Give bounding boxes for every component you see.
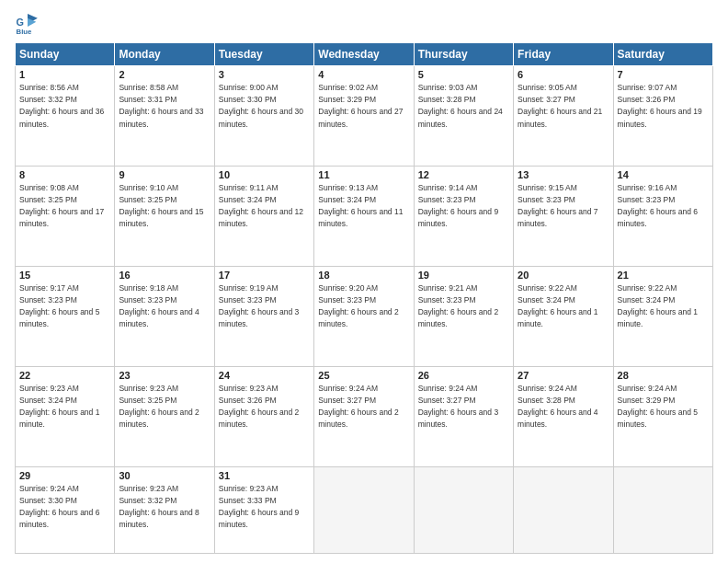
day-info: Sunrise: 9:21 AM Sunset: 3:23 PM Dayligh…	[418, 282, 509, 331]
header-monday: Monday	[115, 43, 214, 66]
header-thursday: Thursday	[414, 43, 513, 66]
table-row: 23 Sunrise: 9:23 AM Sunset: 3:25 PM Dayl…	[115, 366, 214, 466]
day-info: Sunrise: 9:11 AM Sunset: 3:24 PM Dayligh…	[219, 182, 310, 231]
table-row: 15 Sunrise: 9:17 AM Sunset: 3:23 PM Dayl…	[16, 266, 115, 366]
day-number: 29	[19, 470, 110, 481]
day-info: Sunrise: 9:24 AM Sunset: 3:30 PM Dayligh…	[19, 483, 110, 532]
table-row	[314, 466, 414, 553]
day-info: Sunrise: 9:17 AM Sunset: 3:23 PM Dayligh…	[19, 282, 110, 331]
calendar-week-row: 8 Sunrise: 9:08 AM Sunset: 3:25 PM Dayli…	[16, 166, 713, 266]
header-friday: Friday	[514, 43, 613, 66]
day-number: 15	[19, 270, 110, 281]
table-row: 1 Sunrise: 8:56 AM Sunset: 3:32 PM Dayli…	[16, 66, 115, 167]
table-row: 29 Sunrise: 9:24 AM Sunset: 3:30 PM Dayl…	[16, 466, 115, 553]
table-row: 5 Sunrise: 9:03 AM Sunset: 3:28 PM Dayli…	[414, 66, 513, 167]
day-info: Sunrise: 9:14 AM Sunset: 3:23 PM Dayligh…	[418, 182, 509, 231]
day-info: Sunrise: 9:22 AM Sunset: 3:24 PM Dayligh…	[618, 282, 709, 331]
day-info: Sunrise: 9:07 AM Sunset: 3:26 PM Dayligh…	[618, 82, 709, 131]
header-wednesday: Wednesday	[314, 43, 414, 66]
logo: G Blue	[15, 11, 44, 37]
day-number: 25	[318, 370, 409, 381]
table-row: 22 Sunrise: 9:23 AM Sunset: 3:24 PM Dayl…	[16, 366, 115, 466]
day-number: 31	[219, 470, 310, 481]
calendar-week-row: 15 Sunrise: 9:17 AM Sunset: 3:23 PM Dayl…	[16, 266, 713, 366]
day-info: Sunrise: 9:02 AM Sunset: 3:29 PM Dayligh…	[318, 82, 409, 131]
table-row: 4 Sunrise: 9:02 AM Sunset: 3:29 PM Dayli…	[314, 66, 414, 167]
table-row: 21 Sunrise: 9:22 AM Sunset: 3:24 PM Dayl…	[613, 266, 712, 366]
day-number: 28	[618, 370, 709, 381]
table-row: 28 Sunrise: 9:24 AM Sunset: 3:29 PM Dayl…	[613, 366, 712, 466]
calendar-week-row: 29 Sunrise: 9:24 AM Sunset: 3:30 PM Dayl…	[16, 466, 713, 553]
day-number: 2	[119, 69, 210, 80]
table-row: 18 Sunrise: 9:20 AM Sunset: 3:23 PM Dayl…	[314, 266, 414, 366]
day-number: 9	[119, 169, 210, 180]
table-row	[613, 466, 712, 553]
day-info: Sunrise: 9:24 AM Sunset: 3:28 PM Dayligh…	[518, 383, 609, 431]
day-number: 23	[119, 370, 210, 381]
day-number: 12	[418, 169, 509, 180]
table-row: 11 Sunrise: 9:13 AM Sunset: 3:24 PM Dayl…	[314, 166, 414, 266]
day-number: 27	[518, 370, 609, 381]
table-row: 9 Sunrise: 9:10 AM Sunset: 3:25 PM Dayli…	[115, 166, 214, 266]
header-saturday: Saturday	[613, 43, 712, 66]
day-info: Sunrise: 9:23 AM Sunset: 3:25 PM Dayligh…	[119, 383, 210, 431]
day-number: 13	[518, 169, 609, 180]
day-number: 18	[318, 270, 409, 281]
day-info: Sunrise: 9:08 AM Sunset: 3:25 PM Dayligh…	[19, 182, 110, 231]
weekday-header-row: Sunday Monday Tuesday Wednesday Thursday…	[16, 43, 713, 66]
table-row	[414, 466, 513, 553]
table-row: 10 Sunrise: 9:11 AM Sunset: 3:24 PM Dayl…	[214, 166, 313, 266]
page: G Blue Sunday Monday Tuesday Wednesda	[0, 0, 728, 563]
table-row: 12 Sunrise: 9:14 AM Sunset: 3:23 PM Dayl…	[414, 166, 513, 266]
table-row: 26 Sunrise: 9:24 AM Sunset: 3:27 PM Dayl…	[414, 366, 513, 466]
day-number: 26	[418, 370, 509, 381]
header: G Blue	[15, 11, 713, 37]
header-sunday: Sunday	[16, 43, 115, 66]
table-row: 7 Sunrise: 9:07 AM Sunset: 3:26 PM Dayli…	[613, 66, 712, 167]
day-number: 14	[618, 169, 709, 180]
day-info: Sunrise: 9:05 AM Sunset: 3:27 PM Dayligh…	[518, 82, 609, 131]
day-number: 19	[418, 270, 509, 281]
day-number: 22	[19, 370, 110, 381]
day-info: Sunrise: 9:23 AM Sunset: 3:24 PM Dayligh…	[19, 383, 110, 431]
day-info: Sunrise: 9:00 AM Sunset: 3:30 PM Dayligh…	[219, 82, 310, 131]
day-info: Sunrise: 9:15 AM Sunset: 3:23 PM Dayligh…	[518, 182, 609, 231]
table-row: 20 Sunrise: 9:22 AM Sunset: 3:24 PM Dayl…	[514, 266, 613, 366]
day-number: 1	[19, 69, 110, 80]
day-info: Sunrise: 9:22 AM Sunset: 3:24 PM Dayligh…	[518, 282, 609, 331]
day-number: 16	[119, 270, 210, 281]
table-row: 30 Sunrise: 9:23 AM Sunset: 3:32 PM Dayl…	[115, 466, 214, 553]
day-number: 17	[219, 270, 310, 281]
day-number: 20	[518, 270, 609, 281]
table-row: 31 Sunrise: 9:23 AM Sunset: 3:33 PM Dayl…	[214, 466, 313, 553]
table-row: 13 Sunrise: 9:15 AM Sunset: 3:23 PM Dayl…	[514, 166, 613, 266]
day-info: Sunrise: 9:10 AM Sunset: 3:25 PM Dayligh…	[119, 182, 210, 231]
day-info: Sunrise: 8:58 AM Sunset: 3:31 PM Dayligh…	[119, 82, 210, 131]
day-info: Sunrise: 9:03 AM Sunset: 3:28 PM Dayligh…	[418, 82, 509, 131]
day-info: Sunrise: 9:23 AM Sunset: 3:32 PM Dayligh…	[119, 483, 210, 532]
day-info: Sunrise: 9:13 AM Sunset: 3:24 PM Dayligh…	[318, 182, 409, 231]
day-info: Sunrise: 8:56 AM Sunset: 3:32 PM Dayligh…	[19, 82, 110, 131]
header-tuesday: Tuesday	[214, 43, 313, 66]
day-number: 24	[219, 370, 310, 381]
table-row: 14 Sunrise: 9:16 AM Sunset: 3:23 PM Dayl…	[613, 166, 712, 266]
table-row: 19 Sunrise: 9:21 AM Sunset: 3:23 PM Dayl…	[414, 266, 513, 366]
logo-icon: G Blue	[15, 11, 40, 37]
day-number: 10	[219, 169, 310, 180]
day-number: 21	[618, 270, 709, 281]
calendar-table: Sunday Monday Tuesday Wednesday Thursday…	[15, 42, 713, 554]
day-info: Sunrise: 9:16 AM Sunset: 3:23 PM Dayligh…	[618, 182, 709, 231]
day-info: Sunrise: 9:19 AM Sunset: 3:23 PM Dayligh…	[219, 282, 310, 331]
table-row: 16 Sunrise: 9:18 AM Sunset: 3:23 PM Dayl…	[115, 266, 214, 366]
day-info: Sunrise: 9:18 AM Sunset: 3:23 PM Dayligh…	[119, 282, 210, 331]
table-row: 17 Sunrise: 9:19 AM Sunset: 3:23 PM Dayl…	[214, 266, 313, 366]
table-row: 24 Sunrise: 9:23 AM Sunset: 3:26 PM Dayl…	[214, 366, 313, 466]
table-row	[514, 466, 613, 553]
day-number: 11	[318, 169, 409, 180]
table-row: 3 Sunrise: 9:00 AM Sunset: 3:30 PM Dayli…	[214, 66, 313, 167]
day-number: 8	[19, 169, 110, 180]
calendar-week-row: 1 Sunrise: 8:56 AM Sunset: 3:32 PM Dayli…	[16, 66, 713, 167]
table-row: 6 Sunrise: 9:05 AM Sunset: 3:27 PM Dayli…	[514, 66, 613, 167]
svg-text:Blue: Blue	[17, 28, 33, 36]
table-row: 25 Sunrise: 9:24 AM Sunset: 3:27 PM Dayl…	[314, 366, 414, 466]
